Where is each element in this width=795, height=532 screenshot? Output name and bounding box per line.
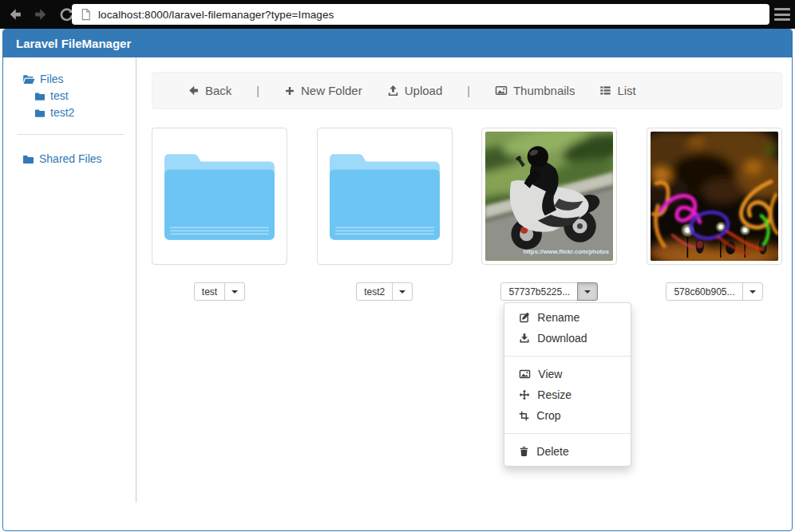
menu-divider [504, 356, 631, 357]
caret-down-icon [584, 290, 591, 294]
folder-closed-icon [22, 154, 34, 164]
panel-title: Laravel FileManager [3, 30, 792, 57]
thumbnails-button[interactable]: Thumbnails [495, 84, 575, 97]
menu-item-delete[interactable]: Delete [504, 441, 631, 462]
browser-chrome: localhost:8000/laravel-filemanager?type=… [0, 0, 795, 29]
url-text: localhost:8000/laravel-filemanager?type=… [98, 9, 334, 21]
list-icon [599, 85, 611, 97]
menu-divider [504, 433, 631, 434]
menu-item-download[interactable]: Download [504, 328, 631, 349]
caret-down-icon [750, 290, 756, 294]
folder-card-test2[interactable] [317, 128, 453, 265]
trash-icon [519, 446, 529, 457]
item-column: test [152, 128, 287, 301]
sidebar-item-label: test2 [50, 104, 74, 120]
sidebar-item-label: test [50, 88, 69, 104]
items-grid: test [152, 128, 782, 301]
image-card-57737b5225[interactable]: https://www.flickr.com/photos [481, 128, 617, 265]
sidebar-item-test[interactable]: test [34, 88, 136, 104]
sidebar-item-label: Files [40, 71, 64, 87]
light-painting-thumbnail [651, 132, 778, 261]
toolbar-separator: | [467, 85, 470, 97]
folder-closed-icon [34, 108, 45, 118]
sidebar-item-label: Shared Files [39, 151, 102, 167]
back-button[interactable]: Back [188, 84, 231, 97]
folder-tree-sidebar: Files test test2 Shared Files [3, 57, 136, 502]
filemanager-panel: Laravel FileManager Files test test2 Sha… [2, 29, 793, 531]
menu-item-rename[interactable]: Rename [504, 307, 631, 328]
picture-icon [495, 85, 508, 97]
sidebar-divider [18, 134, 125, 135]
toolbar-separator: | [256, 85, 259, 97]
folder-open-icon [22, 73, 35, 85]
download-icon [519, 333, 530, 344]
caret-down-icon [399, 290, 405, 294]
image-card-578c60b905[interactable] [647, 128, 782, 265]
item-column: test2 [317, 128, 453, 301]
menu-item-view[interactable]: View [504, 364, 631, 384]
item-context-menu: Rename Download View R [504, 302, 631, 467]
item-name-button[interactable]: test2 [356, 282, 393, 301]
caret-down-icon [231, 290, 238, 294]
toolbar: Back | New Folder Upload | Thumbnails [152, 72, 782, 109]
crop-icon [519, 411, 529, 421]
sidebar-item-files[interactable]: Files [22, 71, 136, 87]
browser-menu-icon[interactable] [774, 7, 790, 22]
folder-thumbnail-icon [161, 149, 278, 243]
plus-icon [284, 85, 295, 97]
list-view-button[interactable]: List [599, 84, 635, 97]
page-icon [80, 8, 92, 21]
browser-back-icon[interactable] [5, 6, 26, 23]
menu-item-crop[interactable]: Crop [504, 405, 631, 426]
new-folder-button[interactable]: New Folder [284, 84, 362, 97]
sidebar-item-shared-files[interactable]: Shared Files [22, 151, 136, 167]
item-name-button[interactable]: 57737b5225... [500, 282, 578, 301]
item-dropdown-toggle[interactable] [742, 282, 763, 301]
picture-icon [519, 368, 531, 380]
folder-card-test[interactable] [152, 128, 287, 265]
sidebar-item-test2[interactable]: test2 [34, 104, 136, 120]
motorcycle-thumbnail: https://www.flickr.com/photos [485, 132, 613, 261]
menu-item-resize[interactable]: Resize [504, 384, 631, 405]
item-name-button[interactable]: 578c60b905... [666, 282, 742, 301]
item-dropdown-toggle[interactable] [577, 282, 598, 301]
browser-forward-icon[interactable] [30, 6, 51, 23]
item-name-button[interactable]: test [194, 282, 225, 301]
image-watermark: https://www.flickr.com/photos [524, 248, 610, 255]
rename-icon [519, 312, 530, 323]
resize-icon [519, 389, 530, 400]
upload-button[interactable]: Upload [387, 84, 443, 97]
folder-closed-icon [34, 91, 45, 101]
item-dropdown-toggle[interactable] [392, 282, 413, 301]
url-bar[interactable]: localhost:8000/laravel-filemanager?type=… [72, 4, 769, 25]
item-dropdown-toggle[interactable] [224, 282, 245, 301]
item-column: 578c60b905... [647, 128, 782, 301]
main-area: Back | New Folder Upload | Thumbnails [137, 57, 792, 301]
back-icon [188, 85, 200, 97]
folder-thumbnail-icon [326, 149, 443, 243]
upload-icon [387, 85, 399, 97]
item-column: https://www.flickr.com/photos 57737b5225… [481, 128, 617, 301]
